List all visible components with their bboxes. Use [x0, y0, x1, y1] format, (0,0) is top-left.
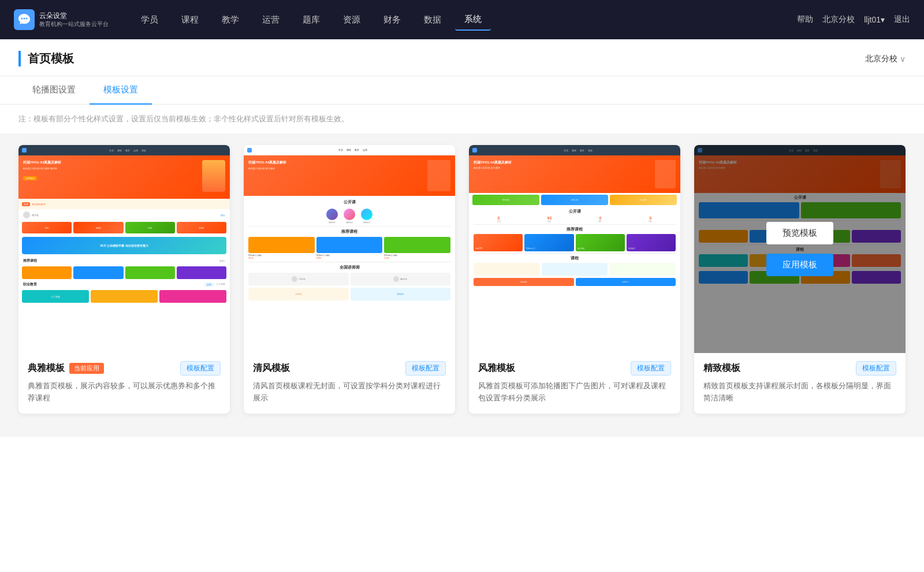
- config-button-2[interactable]: 模板配置: [405, 361, 446, 376]
- content-area: 学员 课程 教学 运营 系统 托福TPO1-54真题及解析 AI全面: [0, 133, 924, 437]
- template-preview-4[interactable]: 学员 课程 教学 系统 托福TPO1-54真题及解析 AI全面 口语纠音 听力测…: [694, 145, 906, 353]
- page-title: 首页模板: [18, 51, 74, 66]
- nav-item-operations[interactable]: 运营: [253, 10, 289, 30]
- template-4-name: 精致模板: [703, 362, 740, 374]
- config-button-3[interactable]: 模板配置: [631, 361, 671, 376]
- template-4-footer: 精致模板 模板配置 精致首页模板支持课程展示封面，各模板分隔明显，界面简洁清晰: [694, 353, 906, 414]
- tab-carousel[interactable]: 轮播图设置: [18, 76, 90, 105]
- template-1-footer: 典雅模板 当前应用 模板配置 典雅首页模板，展示内容较多，可以展示优惠券和多个推…: [18, 353, 230, 414]
- navigation: 云朵设堂 教育机构一站式服务云平台 学员 课程 教学 运营 题库 资源 财务 数…: [0, 0, 924, 39]
- apply-button-1[interactable]: 应用模板: [91, 254, 158, 276]
- branch-link[interactable]: 北京分校: [822, 14, 855, 25]
- logout-button[interactable]: 退出: [894, 14, 910, 25]
- nav-item-finance[interactable]: 财务: [374, 10, 410, 30]
- template-1-desc: 典雅首页模板，展示内容较多，可以展示优惠券和多个推荐课程: [28, 380, 221, 404]
- page: 首页模板 北京分校 ∨ 轮播图设置 模板设置 注：模板有部分个性化样式设置，设置…: [0, 39, 924, 572]
- page-header: 首页模板 北京分校 ∨: [0, 39, 924, 76]
- nav-item-courses[interactable]: 课程: [172, 10, 208, 30]
- apply-button-4[interactable]: 应用模板: [766, 254, 833, 276]
- nav-item-data[interactable]: 数据: [415, 10, 450, 30]
- template-preview-2[interactable]: 学员 课程 教学 运营 托福TPO1-54真题及解析 AI全面 口语纠音 听力测…: [244, 145, 455, 353]
- preview-button-3[interactable]: 预览模板: [541, 222, 608, 244]
- svg-point-2: [26, 18, 28, 20]
- template-card-3: 学员 课程 教学 系统 托福TPO1-54真题及解析 AI全面 口语纠音 听力测…: [469, 145, 680, 414]
- branch-selector[interactable]: 北京分校 ∨: [865, 54, 906, 64]
- template-card-4: 学员 课程 教学 系统 托福TPO1-54真题及解析 AI全面 口语纠音 听力测…: [694, 145, 906, 414]
- template-4-desc: 精致首页模板支持课程展示封面，各模板分隔明显，界面简洁清晰: [703, 380, 896, 404]
- chevron-down-icon: ∨: [900, 54, 906, 64]
- config-button-1[interactable]: 模板配置: [180, 361, 221, 376]
- tabs: 轮播图设置 模板设置: [0, 76, 924, 105]
- nav-right: 帮助 北京分校 lljt01▾ 退出: [797, 14, 910, 25]
- svg-point-1: [24, 18, 25, 20]
- template-preview-1[interactable]: 学员 课程 教学 运营 系统 托福TPO1-54真题及解析 AI全面: [18, 145, 230, 353]
- user-dropdown[interactable]: lljt01▾: [864, 15, 885, 24]
- preview-button-1[interactable]: 预览模板: [91, 222, 158, 244]
- template-3-footer: 风雅模板 模板配置 风雅首页模板可添加轮播图下广告图片，可对课程及课程包设置学科…: [469, 353, 680, 414]
- config-button-4[interactable]: 模板配置: [856, 361, 896, 376]
- nav-item-questionbank[interactable]: 题库: [293, 10, 329, 30]
- help-link[interactable]: 帮助: [797, 14, 813, 25]
- template-card-1: 学员 课程 教学 运营 系统 托福TPO1-54真题及解析 AI全面: [18, 145, 230, 414]
- template-2-footer: 清风模板 模板配置 清风首页模板课程无封面，可设置按学科分类对课程进行展示: [244, 353, 455, 414]
- template-2-desc: 清风首页模板课程无封面，可设置按学科分类对课程进行展示: [253, 380, 446, 404]
- template-preview-3[interactable]: 学员 课程 教学 系统 托福TPO1-54真题及解析 AI全面 口语纠音 听力测…: [469, 145, 680, 353]
- template-4-overlay: 预览模板 应用模板: [694, 145, 906, 353]
- template-3-desc: 风雅首页模板可添加轮播图下广告图片，可对课程及课程包设置学科分类展示: [478, 380, 671, 404]
- logo: 云朵设堂 教育机构一站式服务云平台: [14, 9, 109, 30]
- preview-button-2[interactable]: 预览模板: [316, 222, 383, 244]
- template-3-name: 风雅模板: [478, 362, 515, 374]
- apply-button-2[interactable]: 应用模板: [316, 254, 383, 276]
- logo-name: 云朵设堂: [39, 12, 109, 21]
- notice-text: 注：模板有部分个性化样式设置，设置后仅当前模板生效；非个性化样式设置后针对所有模…: [0, 105, 924, 133]
- nav-item-resources[interactable]: 资源: [334, 10, 370, 30]
- template-2-name: 清风模板: [253, 362, 290, 374]
- templates-grid: 学员 课程 教学 运营 系统 托福TPO1-54真题及解析 AI全面: [18, 145, 906, 414]
- current-badge-1: 当前应用: [69, 363, 104, 374]
- preview-button-4[interactable]: 预览模板: [766, 222, 833, 244]
- nav-items: 学员 课程 教学 运营 题库 资源 财务 数据 系统: [132, 9, 797, 31]
- nav-item-teaching[interactable]: 教学: [213, 10, 248, 30]
- nav-item-system[interactable]: 系统: [455, 9, 491, 31]
- template-1-name: 典雅模板: [28, 362, 65, 374]
- apply-button-3[interactable]: 应用模板: [541, 254, 608, 276]
- template-card-2: 学员 课程 教学 运营 托福TPO1-54真题及解析 AI全面 口语纠音 听力测…: [244, 145, 455, 414]
- logo-subtitle: 教育机构一站式服务云平台: [39, 20, 109, 28]
- svg-point-0: [21, 18, 23, 20]
- logo-icon: [14, 9, 35, 30]
- nav-item-students[interactable]: 学员: [132, 10, 167, 30]
- tab-template[interactable]: 模板设置: [90, 76, 152, 105]
